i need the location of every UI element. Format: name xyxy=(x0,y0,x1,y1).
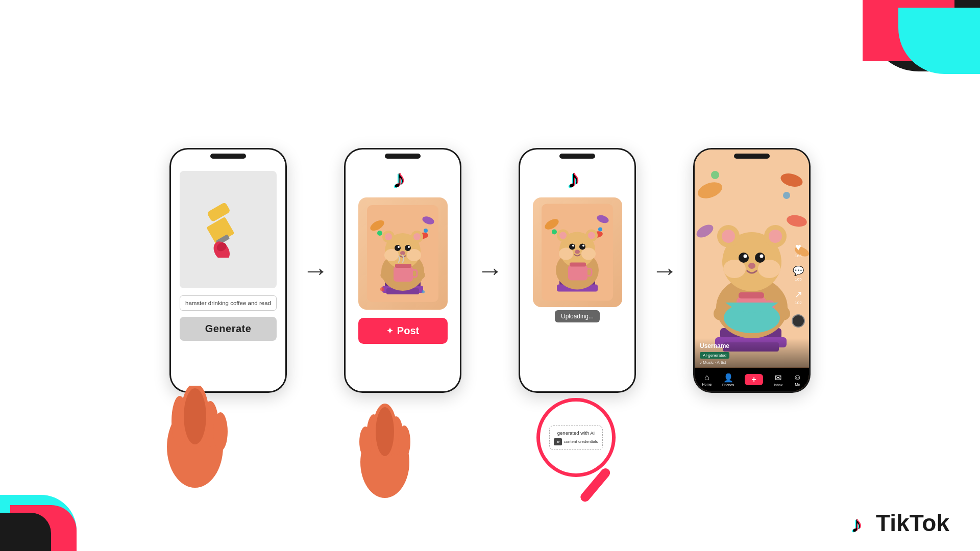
arrow1: → xyxy=(302,255,329,286)
tiktok-brand-logo-icon: ♪ ♪ ♪ xyxy=(849,510,872,536)
music-disc xyxy=(792,314,805,328)
svg-point-95 xyxy=(760,255,764,258)
svg-point-28 xyxy=(405,245,411,251)
nav-home[interactable]: ⌂ Home xyxy=(702,373,712,386)
flow-container: hamster drinking coffee and reading Gene… xyxy=(169,148,811,393)
prompt-input[interactable]: hamster drinking coffee and reading xyxy=(180,295,277,311)
svg-point-65 xyxy=(569,244,575,250)
nav-me[interactable]: ☺ Me xyxy=(793,373,801,386)
svg-point-96 xyxy=(748,263,755,269)
svg-point-18 xyxy=(377,231,382,236)
inbox-icon: ✉ xyxy=(775,373,781,383)
hand2-pointing xyxy=(349,391,421,500)
generate-button[interactable]: Generate xyxy=(180,317,277,341)
post-button[interactable]: ✦ Post xyxy=(358,318,448,344)
nav-create[interactable]: + xyxy=(745,374,763,385)
svg-point-29 xyxy=(398,246,400,248)
svg-point-68 xyxy=(582,245,584,247)
post-label: Post xyxy=(397,325,419,337)
svg-point-9 xyxy=(213,412,228,451)
username: Username xyxy=(700,342,804,349)
share-count: 102 xyxy=(795,300,801,305)
phone3: ♪ ♪ ♪ xyxy=(519,148,636,393)
phone2-content: ♪ ♪ ♪ xyxy=(346,149,460,391)
profile-icon: ☺ xyxy=(793,373,801,382)
svg-point-47 xyxy=(398,425,410,458)
ai-canvas xyxy=(180,171,277,288)
hamster-card-phone3 xyxy=(533,197,622,307)
svg-point-19 xyxy=(424,229,428,233)
svg-point-100 xyxy=(769,230,782,243)
tiktok-logo-icon: ♪ ♪ ♪ xyxy=(390,164,415,192)
svg-text:♪: ♪ xyxy=(567,165,580,192)
phone1-wrapper: hamster drinking coffee and reading Gene… xyxy=(169,148,287,393)
svg-text:♪: ♪ xyxy=(851,512,862,536)
music-info: ♪ Music · Artist xyxy=(700,360,804,365)
hamster-card-phone2 xyxy=(358,197,448,310)
phone4-notch xyxy=(734,154,770,159)
phone3-notch xyxy=(559,154,595,159)
svg-point-93 xyxy=(755,253,765,263)
svg-rect-74 xyxy=(568,265,587,281)
nav-inbox[interactable]: ✉ Inbox xyxy=(774,373,782,387)
svg-point-31 xyxy=(400,251,405,255)
tiktok-side-actions: ♥ 165 💬 165 ↗ 102 xyxy=(792,241,805,328)
svg-point-10 xyxy=(184,388,206,444)
svg-rect-38 xyxy=(394,266,413,282)
post-star-icon: ✦ xyxy=(386,326,393,336)
phone1-notch xyxy=(210,154,246,159)
friends-icon: 👤 xyxy=(723,373,733,383)
phone2-wrapper: ♪ ♪ ♪ xyxy=(344,148,461,393)
paintbrush-icon xyxy=(203,202,254,258)
tiktok-logo-phone3: ♪ ♪ ♪ xyxy=(565,164,590,192)
generated-with-ai-text: generated with AI xyxy=(554,430,598,436)
svg-point-66 xyxy=(579,244,585,250)
nav-friends[interactable]: 👤 Friends xyxy=(722,373,734,387)
phone3-wrapper: ♪ ♪ ♪ xyxy=(519,148,636,393)
svg-point-69 xyxy=(575,250,580,254)
phone4: ♥ 165 💬 165 ↗ 102 xyxy=(693,148,811,393)
tiktok-logo-phone2: ♪ ♪ ♪ xyxy=(390,164,415,192)
svg-point-83 xyxy=(783,192,790,199)
svg-point-27 xyxy=(395,245,401,251)
svg-point-48 xyxy=(359,427,372,457)
comment-count: 165 xyxy=(795,277,801,282)
svg-point-33 xyxy=(385,233,392,240)
hand2-icon xyxy=(349,391,421,498)
content-credentials-badge: cr content credentials xyxy=(554,438,598,445)
corner-decoration-bl xyxy=(0,474,102,551)
svg-point-26 xyxy=(407,249,421,261)
svg-point-41 xyxy=(380,287,384,291)
svg-point-42 xyxy=(422,290,425,293)
phone2-inner: ♪ ♪ ♪ xyxy=(346,149,460,391)
svg-point-57 xyxy=(552,230,557,235)
comment-button[interactable]: 💬 165 xyxy=(793,265,804,282)
phone3-inner: ♪ ♪ ♪ xyxy=(520,149,634,391)
svg-point-98 xyxy=(722,230,735,243)
phone1: hamster drinking coffee and reading Gene… xyxy=(169,148,287,393)
svg-point-35 xyxy=(413,233,421,240)
svg-rect-40 xyxy=(395,264,411,268)
tiktok-bottom-nav: ⌂ Home 👤 Friends + ✉ Inbox xyxy=(695,368,809,391)
magnifying-glass: generated with AI cr content credentials xyxy=(536,398,618,510)
svg-point-73 xyxy=(588,232,595,239)
video-info-overlay: Username AI-generated ♪ Music · Artist xyxy=(695,338,809,368)
home-icon: ⌂ xyxy=(704,373,709,382)
arrow3: → xyxy=(651,255,678,286)
phone4-inner: ♥ 165 💬 165 ↗ 102 xyxy=(695,149,809,391)
svg-rect-0 xyxy=(207,202,231,222)
like-button[interactable]: ♥ 165 xyxy=(795,241,801,258)
phone2-notch xyxy=(385,154,421,159)
hand1-icon xyxy=(154,386,236,488)
phone1-content: hamster drinking coffee and reading Gene… xyxy=(171,149,285,391)
svg-rect-105 xyxy=(739,292,764,298)
svg-point-67 xyxy=(572,245,574,247)
svg-point-92 xyxy=(739,253,749,263)
svg-point-94 xyxy=(744,255,747,258)
tiktok-logo-icon2: ♪ ♪ ♪ xyxy=(565,164,590,192)
share-button[interactable]: ↗ 102 xyxy=(795,289,802,305)
svg-point-58 xyxy=(598,228,602,232)
svg-text:♪: ♪ xyxy=(393,165,405,192)
svg-point-63 xyxy=(559,248,573,260)
phone3-content: ♪ ♪ ♪ xyxy=(520,149,634,391)
